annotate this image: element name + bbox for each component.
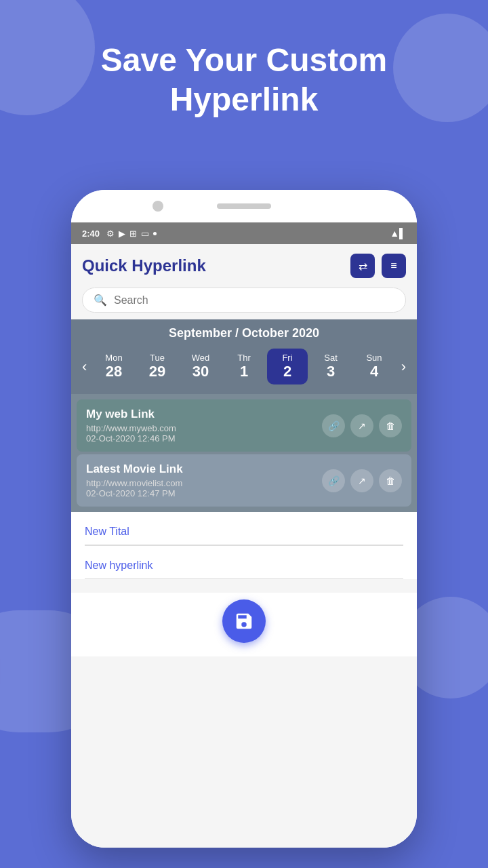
phone-speaker	[217, 203, 271, 209]
link-actions-0: 🔗 ↗ 🗑	[322, 414, 402, 437]
calendar-row: ‹ Mon 28 Tue 29 Wed 30 Thr 1 Fri 2 Sat 3…	[71, 349, 417, 384]
save-icon	[234, 611, 254, 631]
new-title-label: New Tital	[85, 526, 403, 538]
link-title-1: Latest Movie Link	[86, 462, 322, 476]
link-date-1: 02-Oct-2020 12:47 PM	[86, 488, 322, 498]
fab-container	[71, 593, 417, 656]
form-section: New Tital New hyperlink	[71, 512, 417, 579]
link-item-1: Latest Movie Link http://www.movielist.c…	[77, 454, 411, 507]
link-title-0: My web Link	[86, 408, 322, 421]
calendar-section: September / October 2020 ‹ Mon 28 Tue 29…	[71, 319, 417, 394]
app-header: Quick Hyperlink ⇄ ≡	[71, 244, 417, 285]
app-title: Quick Hyperlink	[82, 256, 206, 275]
link-copy-button-1[interactable]: 🔗	[322, 469, 345, 492]
android-icon: ⊞	[129, 229, 137, 239]
search-bar[interactable]: 🔍	[82, 288, 406, 313]
gear-icon: ⚙	[106, 229, 115, 239]
battery-icon: ▭	[141, 229, 149, 239]
title-underline	[85, 545, 403, 546]
calendar-day-4[interactable]: Sun 4	[354, 349, 394, 384]
hyperlink-underline	[85, 578, 403, 580]
menu-button[interactable]: ≡	[382, 254, 406, 278]
phone-camera	[152, 201, 163, 212]
calendar-next-button[interactable]: ›	[397, 354, 410, 380]
status-time: 2:40	[82, 229, 100, 239]
link-share-button-0[interactable]: ↗	[350, 414, 373, 437]
calendar-day-1[interactable]: Thr 1	[224, 349, 264, 384]
calendar-days: Mon 28 Tue 29 Wed 30 Thr 1 Fri 2 Sat 3 S…	[94, 349, 394, 384]
status-dot	[153, 232, 157, 235]
link-item-0: My web Link http://www.myweb.com 02-Oct-…	[77, 399, 411, 452]
calendar-day-30[interactable]: Wed 30	[180, 349, 221, 384]
calendar-day-2[interactable]: Fri 2	[267, 349, 308, 384]
link-info-1: Latest Movie Link http://www.movielist.c…	[86, 462, 322, 498]
calendar-prev-button[interactable]: ‹	[78, 354, 91, 380]
new-hyperlink-label: New hyperlink	[85, 559, 403, 572]
status-bar: 2:40 ⚙ ▶ ⊞ ▭ ▲ ▌	[71, 222, 417, 244]
swap-button[interactable]: ⇄	[350, 254, 375, 278]
calendar-day-28[interactable]: Mon 28	[94, 349, 134, 384]
save-fab-button[interactable]	[222, 599, 266, 643]
search-input[interactable]	[114, 294, 394, 307]
phone-top	[71, 190, 417, 222]
calendar-day-3[interactable]: Sat 3	[310, 349, 351, 384]
search-icon: 🔍	[94, 294, 107, 307]
link-share-button-1[interactable]: ↗	[350, 469, 373, 492]
links-list: My web Link http://www.myweb.com 02-Oct-…	[71, 394, 417, 512]
link-url-1: http://www.movielist.com	[86, 478, 322, 488]
phone-shell: 2:40 ⚙ ▶ ⊞ ▭ ▲ ▌ Quick Hyperlink ⇄ ≡ 🔍	[71, 190, 417, 848]
link-delete-button-0[interactable]: 🗑	[379, 414, 402, 437]
play-icon: ▶	[119, 229, 125, 239]
link-copy-button-0[interactable]: 🔗	[322, 414, 345, 437]
link-date-0: 02-Oct-2020 12:46 PM	[86, 433, 322, 443]
signal-icon: ▌	[399, 228, 406, 239]
calendar-month: September / October 2020	[71, 326, 417, 340]
wifi-icon: ▲	[390, 228, 399, 239]
calendar-day-29[interactable]: Tue 29	[137, 349, 178, 384]
hero-text: Save Your Custom Hyperlink	[0, 41, 488, 119]
link-url-0: http://www.myweb.com	[86, 423, 322, 433]
header-icons: ⇄ ≡	[350, 254, 406, 278]
status-icons: ⚙ ▶ ⊞ ▭	[106, 229, 157, 239]
link-info-0: My web Link http://www.myweb.com 02-Oct-…	[86, 408, 322, 443]
app-content: Quick Hyperlink ⇄ ≡ 🔍 September / Octobe…	[71, 244, 417, 848]
link-delete-button-1[interactable]: 🗑	[379, 469, 402, 492]
link-actions-1: 🔗 ↗ 🗑	[322, 469, 402, 492]
